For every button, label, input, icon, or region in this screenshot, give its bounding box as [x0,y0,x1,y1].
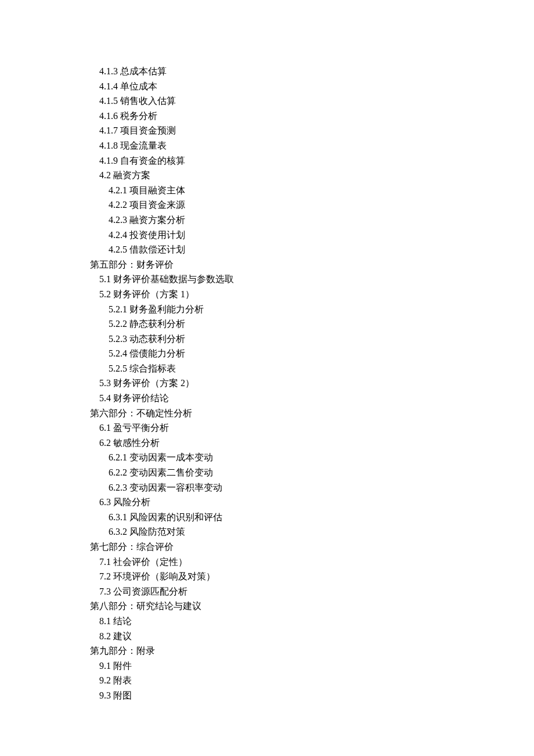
toc-entry: 5.1 财务评价基础数据与参数选取 [90,272,534,287]
toc-entry: 4.1.7 项目资金预测 [90,123,534,138]
toc-entry: 第五部分：财务评价 [90,257,534,272]
toc-entry: 4.1.4 单位成本 [90,79,534,94]
toc-entry: 6.2 敏感性分析 [90,435,534,451]
toc-entry: 5.2.3 动态获利分析 [90,332,534,347]
toc-entry: 5.2.5 综合指标表 [90,361,534,376]
toc-entry: 5.3 财务评价（方案 2） [90,376,534,391]
toc-entry: 第八部分：研究结论与建议 [90,599,534,614]
toc-entry: 6.3 风险分析 [90,495,534,510]
toc-entry: 6.3.1 风险因素的识别和评估 [90,510,534,525]
toc-entry: 6.1 盈亏平衡分析 [90,420,534,435]
toc-entry: 4.2.3 融资方案分析 [90,213,534,228]
toc-entry: 9.2 附表 [90,673,534,688]
toc-entry: 5.2.4 偿债能力分析 [90,346,534,361]
toc-entry: 4.1.9 自有资金的核算 [90,153,534,168]
toc-entry: 4.2.2 项目资金来源 [90,197,534,213]
toc-entry: 5.2.1 财务盈利能力分析 [90,302,534,317]
table-of-contents: 4.1.3 总成本估算4.1.4 单位成本4.1.5 销售收入估算4.1.6 税… [90,64,534,703]
toc-entry: 7.3 公司资源匹配分析 [90,584,534,599]
toc-entry: 6.2.1 变动因素一成本变动 [90,450,534,465]
toc-entry: 7.2 环境评价（影响及对策） [90,569,534,584]
toc-entry: 9.1 附件 [90,658,534,674]
toc-entry: 4.1.6 税务分析 [90,109,534,124]
toc-entry: 4.1.3 总成本估算 [90,64,534,79]
toc-entry: 4.2.5 借款偿还计划 [90,242,534,257]
toc-entry: 9.3 附图 [90,688,534,703]
toc-entry: 4.1.8 现金流量表 [90,138,534,153]
toc-entry: 7.1 社会评价（定性） [90,555,534,570]
toc-entry: 8.1 结论 [90,614,534,629]
toc-entry: 4.1.5 销售收入估算 [90,93,534,109]
toc-entry: 第七部分：综合评价 [90,539,534,555]
toc-entry: 第九部分：附录 [90,643,534,658]
toc-entry: 6.2.2 变动因素二售价变动 [90,465,534,480]
toc-entry: 4.2.4 投资使用计划 [90,228,534,243]
toc-entry: 6.3.2 风险防范对策 [90,524,534,539]
toc-entry: 第六部分：不确定性分析 [90,406,534,421]
toc-entry: 4.2 融资方案 [90,168,534,183]
toc-entry: 6.2.3 变动因素一容积率变动 [90,480,534,495]
toc-entry: 5.4 财务评价结论 [90,391,534,406]
toc-entry: 4.2.1 项目融资主体 [90,183,534,198]
toc-entry: 8.2 建议 [90,629,534,644]
toc-entry: 5.2.2 静态获利分析 [90,316,534,332]
toc-entry: 5.2 财务评价（方案 1） [90,287,534,302]
